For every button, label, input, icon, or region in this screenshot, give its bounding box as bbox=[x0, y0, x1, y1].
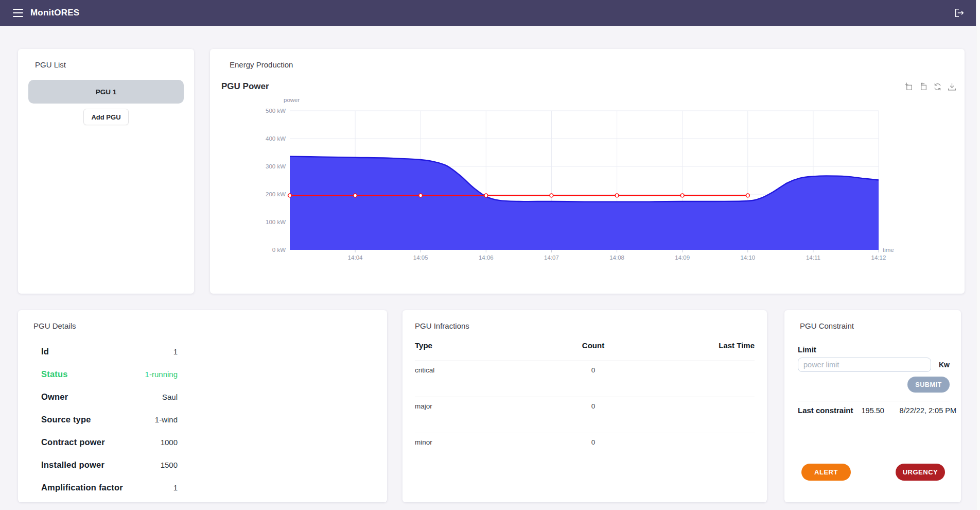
svg-text:500 kW: 500 kW bbox=[266, 108, 286, 114]
svg-text:time: time bbox=[883, 247, 894, 253]
last-constraint-time: 8/22/22, 2:05 PM bbox=[900, 406, 956, 415]
detail-row-source-type: Source type 1-wind bbox=[41, 408, 178, 431]
last-constraint-value: 195.50 bbox=[862, 406, 884, 415]
detail-label: Installed power bbox=[41, 460, 104, 470]
limit-label: Limit bbox=[798, 345, 816, 354]
detail-value: 1 bbox=[173, 347, 178, 356]
detail-value: Saul bbox=[162, 393, 178, 401]
detail-row-amplification-factor: Amplification factor 1 bbox=[41, 476, 178, 499]
submit-button[interactable]: SUBMIT bbox=[907, 377, 950, 393]
power-limit-input[interactable] bbox=[798, 358, 931, 372]
last-constraint-label: Last constraint bbox=[798, 406, 853, 415]
pgu-list-card: PGU List PGU 1 Add PGU bbox=[18, 49, 194, 294]
table-row-major: major 0 bbox=[415, 397, 755, 433]
scrollbar[interactable] bbox=[976, 0, 980, 510]
svg-text:14:12: 14:12 bbox=[871, 254, 886, 261]
svg-text:14:09: 14:09 bbox=[675, 254, 690, 261]
svg-text:0 kW: 0 kW bbox=[272, 247, 286, 253]
limit-input-row: Kw bbox=[798, 358, 950, 372]
svg-text:300 kW: 300 kW bbox=[266, 163, 286, 169]
svg-text:100 kW: 100 kW bbox=[266, 219, 286, 225]
last-constraint-row: Last constraint 195.50 8/22/22, 2:05 PM bbox=[798, 406, 956, 415]
svg-text:14:05: 14:05 bbox=[413, 254, 428, 261]
svg-text:14:11: 14:11 bbox=[806, 254, 820, 261]
detail-value: 1000 bbox=[161, 438, 178, 447]
pgu-list-title: PGU List bbox=[35, 60, 66, 69]
pgu-constraint-card: PGU Constraint Limit Kw SUBMIT Last cons… bbox=[784, 310, 961, 502]
infraction-type: major bbox=[415, 402, 551, 433]
svg-text:power: power bbox=[284, 97, 300, 103]
column-header-count: Count bbox=[551, 341, 636, 354]
svg-text:400 kW: 400 kW bbox=[266, 135, 286, 142]
table-row-critical: critical 0 bbox=[415, 361, 755, 397]
pgu-details-card: PGU Details Id 1 Status 1-running Owner … bbox=[18, 310, 387, 502]
detail-value: 1-wind bbox=[155, 415, 178, 424]
alert-button[interactable]: ALERT bbox=[801, 464, 851, 481]
detail-row-owner: Owner Saul bbox=[41, 385, 178, 408]
detail-row-contract-power: Contract power 1000 bbox=[41, 431, 178, 453]
column-header-type: Type bbox=[415, 341, 551, 354]
column-header-last-time: Last Time bbox=[636, 341, 755, 354]
detail-label: Contract power bbox=[41, 437, 105, 447]
divider bbox=[798, 401, 950, 401]
table-row-minor: minor 0 bbox=[415, 433, 755, 469]
navbar: MonitORES bbox=[0, 0, 976, 26]
urgency-button[interactable]: URGENCY bbox=[896, 464, 945, 481]
svg-text:14:10: 14:10 bbox=[740, 254, 755, 261]
svg-text:14:06: 14:06 bbox=[479, 254, 494, 261]
svg-text:14:07: 14:07 bbox=[544, 254, 559, 261]
add-pgu-button[interactable]: Add PGU bbox=[83, 109, 129, 125]
pgu-power-chart: 14:0414:0514:0614:0714:0814:0914:1014:11… bbox=[210, 49, 965, 294]
app-title: MonitORES bbox=[30, 8, 79, 18]
menu-icon[interactable] bbox=[13, 9, 23, 17]
status-value: 1-running bbox=[145, 370, 178, 379]
svg-text:14:04: 14:04 bbox=[348, 254, 363, 261]
infractions-table: Type Count Last Time critical 0 major 0 … bbox=[415, 341, 755, 469]
pgu-constraint-title: PGU Constraint bbox=[800, 321, 854, 330]
detail-label: Status bbox=[41, 369, 68, 379]
detail-row-status: Status 1-running bbox=[41, 363, 178, 385]
infraction-count: 0 bbox=[551, 438, 636, 469]
infraction-last-time bbox=[636, 366, 755, 397]
detail-label: Owner bbox=[41, 392, 68, 402]
energy-production-card: Energy Production PGU Power 14:0414:0514… bbox=[210, 49, 965, 294]
pgu-infractions-card: PGU Infractions Type Count Last Time cri… bbox=[402, 310, 767, 502]
infraction-count: 0 bbox=[551, 366, 636, 397]
pgu-details-title: PGU Details bbox=[33, 321, 76, 330]
infraction-last-time bbox=[636, 438, 755, 469]
infraction-type: minor bbox=[415, 438, 551, 469]
detail-label: Source type bbox=[41, 415, 91, 424]
unit-label: Kw bbox=[939, 361, 950, 369]
detail-value: 1 bbox=[173, 483, 178, 492]
detail-row-installed-power: Installed power 1500 bbox=[41, 453, 178, 476]
pgu-infractions-title: PGU Infractions bbox=[415, 321, 469, 330]
infraction-last-time bbox=[636, 402, 755, 433]
svg-text:14:08: 14:08 bbox=[609, 254, 624, 261]
infraction-count: 0 bbox=[551, 402, 636, 433]
infractions-header-row: Type Count Last Time bbox=[415, 341, 755, 354]
logout-icon[interactable] bbox=[953, 7, 965, 19]
detail-label: Amplification factor bbox=[41, 483, 123, 492]
details-rows: Id 1 Status 1-running Owner Saul Source … bbox=[41, 340, 178, 499]
detail-row-id: Id 1 bbox=[41, 340, 178, 363]
infraction-type: critical bbox=[415, 366, 551, 397]
detail-label: Id bbox=[41, 347, 49, 356]
pgu-item-button[interactable]: PGU 1 bbox=[28, 80, 184, 104]
svg-text:200 kW: 200 kW bbox=[266, 191, 286, 197]
detail-value: 1500 bbox=[161, 461, 178, 469]
